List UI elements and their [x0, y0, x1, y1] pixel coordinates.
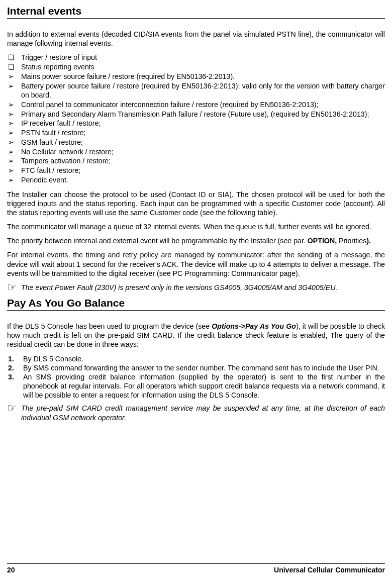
footer-title: Universal Cellular Communicator	[274, 566, 385, 574]
chevron-right-icon: ➢	[8, 166, 14, 175]
list-item: ❏Trigger / restore of input	[7, 53, 385, 62]
list-item-text: By DLS 5 Console.	[23, 355, 83, 363]
list-item: 1.By DLS 5 Console.	[7, 354, 385, 363]
square-icon: ❏	[8, 62, 15, 71]
note-block: ☞ The pre-paid SIM CARD credit managemen…	[7, 404, 385, 422]
chevron-right-icon: ➢	[8, 138, 14, 147]
text-fragment-bold: ).	[366, 237, 371, 245]
timing-paragraph: For internal events, the timing and retr…	[7, 250, 385, 278]
list-item: ➢Mains power source failure / restore (r…	[7, 72, 385, 81]
priority-paragraph: The priority between internal and extern…	[7, 236, 385, 245]
page-footer: 20 Universal Cellular Communicator	[7, 563, 385, 574]
list-item-text: Tampers activation / restore;	[21, 157, 111, 165]
numbered-list: 1.By DLS 5 Console. 2.By SMS command for…	[7, 354, 385, 400]
list-item: 2.By SMS command forwarding the answer t…	[7, 363, 385, 372]
list-item-text: Status reporting events	[21, 63, 94, 71]
note-text: The event Power Fault (230V) is present …	[21, 283, 385, 292]
list-item-text: IP receiver fault / restore;	[21, 119, 101, 127]
chevron-right-icon: ➢	[8, 72, 14, 81]
text-fragment: Priorities	[339, 237, 366, 245]
list-item-text: Primary and Secondary Alarm Transmission…	[21, 110, 369, 118]
queue-paragraph: The communicator will manage a queue of …	[7, 222, 385, 231]
list-item: ➢Tampers activation / restore;	[7, 156, 385, 166]
list-item-text: No Cellular network / restore;	[21, 148, 114, 156]
chevron-right-icon: ➢	[8, 156, 14, 165]
list-item-text: FTC fault / restore;	[21, 166, 80, 174]
text-fragment: If the DLS 5 Console has been used to pr…	[7, 322, 212, 330]
list-item-text: PSTN fault / restore;	[21, 129, 86, 137]
list-number: 2.	[8, 363, 14, 372]
chevron-right-icon: ➢	[8, 100, 14, 109]
list-item-text: Control panel to communicator interconne…	[21, 101, 318, 109]
list-item-text: GSM fault / restore;	[21, 138, 83, 146]
list-item: ➢No Cellular network / restore;	[7, 147, 385, 157]
list-number: 1.	[8, 354, 14, 363]
list-item: ➢GSM fault / restore;	[7, 138, 385, 147]
list-item: ➢Primary and Secondary Alarm Transmissio…	[7, 110, 385, 119]
text-fragment-bold-italic: Options->Pay As You Go	[212, 322, 296, 330]
list-item: ➢Periodic event.	[7, 175, 385, 185]
list-item-text: Periodic event.	[21, 176, 68, 184]
note-block: ☞ The event Power Fault (230V) is presen…	[7, 283, 385, 293]
pointing-hand-icon: ☞	[7, 403, 17, 414]
square-icon: ❏	[8, 53, 15, 62]
chevron-right-icon: ➢	[8, 128, 14, 137]
section-title-payg: Pay As You Go Balance	[7, 297, 385, 311]
list-item: ➢PSTN fault / restore;	[7, 128, 385, 138]
protocol-paragraph: The Installer can choose the protocol to…	[7, 190, 385, 218]
list-item: ➢Battery power source failure / restore …	[7, 81, 385, 100]
note-text: The pre-paid SIM CARD credit management …	[21, 404, 385, 422]
list-item-text: An SMS providing credit balance informat…	[23, 373, 385, 399]
list-item: ➢IP receiver fault / restore;	[7, 119, 385, 128]
intro-paragraph: In addition to external events (decoded …	[7, 30, 385, 48]
list-item-text: By SMS command forwarding the answer to …	[23, 364, 379, 372]
text-fragment-bold: OPTION,	[308, 237, 339, 245]
event-list: ❏Trigger / restore of input ❏Status repo…	[7, 53, 385, 184]
pointing-hand-icon: ☞	[7, 282, 17, 293]
list-item: ➢Control panel to communicator interconn…	[7, 100, 385, 110]
list-item: 3.An SMS providing credit balance inform…	[7, 372, 385, 400]
list-item-text: Mains power source failure / restore (re…	[21, 72, 235, 80]
list-item: ➢FTC fault / restore;	[7, 166, 385, 175]
chevron-right-icon: ➢	[8, 81, 14, 90]
section-title-internal-events: Internal events	[7, 5, 385, 19]
list-item-text: Trigger / restore of input	[21, 53, 97, 61]
chevron-right-icon: ➢	[8, 147, 14, 156]
list-item: ❏Status reporting events	[7, 62, 385, 72]
list-item-text: Battery power source failure / restore (…	[21, 82, 385, 100]
chevron-right-icon: ➢	[8, 110, 14, 119]
chevron-right-icon: ➢	[8, 175, 14, 184]
payg-intro-paragraph: If the DLS 5 Console has been used to pr…	[7, 322, 385, 349]
page-number: 20	[7, 566, 15, 574]
list-number: 3.	[8, 372, 14, 381]
chevron-right-icon: ➢	[8, 119, 14, 128]
text-fragment: The priority between internal and extern…	[7, 237, 308, 245]
